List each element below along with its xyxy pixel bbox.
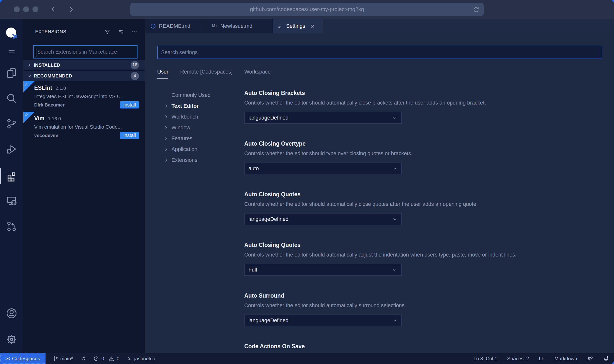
menu-icon[interactable]	[0, 46, 23, 58]
chevron-down-icon	[27, 74, 32, 78]
window-maximize-button[interactable]	[32, 6, 38, 12]
setting-dropdown[interactable]: auto	[244, 163, 402, 174]
chevron-down-icon	[392, 115, 398, 121]
setting-title: Auto Closing Quotes	[244, 242, 602, 248]
section-label: RECOMMENDED	[34, 73, 131, 79]
tab-label: README.md	[159, 23, 190, 29]
setting-dropdown[interactable]: languageDefined	[244, 315, 402, 326]
toc-item-extensions[interactable]: Extensions	[164, 155, 238, 166]
account-icon[interactable]	[0, 306, 23, 320]
search-icon[interactable]	[0, 91, 23, 105]
status-bar: >< Codespaces main* 0 0	[0, 353, 614, 364]
errors-count: 0	[101, 356, 104, 362]
window-minimize-button[interactable]	[23, 6, 29, 12]
extensions-sidebar: EXTENSIONS Search Extensions in Marketpl…	[23, 19, 145, 353]
section-installed[interactable]: INSTALLED 16	[23, 60, 145, 70]
reload-icon[interactable]	[473, 6, 480, 13]
extension-author: Dirk Baeumer	[34, 102, 120, 108]
more-actions-icon[interactable]	[131, 29, 138, 35]
extension-row-vim[interactable]: ☆ Vim 1.16.0 Vim emulation for Visual St…	[23, 112, 145, 142]
extensions-search-placeholder: Search Extensions in Marketplace	[37, 49, 117, 55]
source-control-icon[interactable]	[0, 117, 23, 131]
extension-description: Integrates ESLint JavaScript into VS C..…	[34, 93, 139, 99]
settings-search-input[interactable]: Search settings	[157, 46, 602, 59]
chevron-down-icon	[392, 216, 398, 222]
setting-auto-closing-brackets: Auto Closing Brackets Controls whether t…	[244, 90, 602, 124]
setting-dropdown[interactable]: languageDefined	[244, 112, 402, 124]
toc-item-commonly-used[interactable]: Commonly Used	[164, 90, 238, 101]
setting-code-actions-on-save: Code Actions On Save	[244, 343, 602, 350]
toc-item-features[interactable]: Features	[164, 133, 238, 144]
extensions-search-input[interactable]: Search Extensions in Marketplace	[33, 45, 138, 59]
tab-settings[interactable]: Settings	[273, 19, 323, 33]
pull-request-icon[interactable]	[0, 219, 23, 233]
install-button[interactable]: Install	[120, 101, 139, 108]
sync-indicator[interactable]	[80, 356, 86, 362]
settings-page: Search settings User Remote [Codespaces]…	[145, 33, 614, 353]
notifications-bell-icon[interactable]	[603, 356, 609, 362]
recommended-star-ribbon-icon: ☆	[23, 81, 35, 92]
setting-description: Controls whether the editor should autom…	[244, 201, 602, 207]
person-icon	[127, 356, 132, 361]
tab-label: NewIssue.md	[220, 23, 252, 29]
chevron-right-icon	[164, 136, 171, 141]
settings-gear-icon[interactable]	[0, 333, 23, 346]
eol-indicator[interactable]: LF	[539, 356, 544, 362]
branch-indicator[interactable]: main*	[53, 356, 73, 362]
explorer-icon[interactable]	[0, 66, 23, 80]
scope-tab-user[interactable]: User	[157, 69, 168, 79]
chevron-right-icon	[164, 114, 171, 119]
settings-list-icon	[277, 23, 283, 29]
toc-item-workbench[interactable]: Workbench	[164, 111, 238, 122]
setting-description: Controls whether the editor should autom…	[244, 100, 602, 106]
setting-dropdown[interactable]: languageDefined	[244, 213, 402, 225]
github-codespaces-logo-icon	[0, 26, 23, 40]
indentation-indicator[interactable]: Spaces: 2	[507, 356, 529, 362]
user-indicator[interactable]: jasonetco	[127, 356, 155, 362]
chevron-down-icon	[392, 166, 398, 171]
settings-toc: Commonly Used Text Editor Workbench	[157, 90, 238, 353]
setting-description: Controls whether the editor should autom…	[244, 303, 602, 309]
browser-back-icon[interactable]	[50, 6, 57, 13]
tab-newissue[interactable]: M↓ NewIssue.md	[207, 19, 273, 33]
extension-author: vscodevim	[34, 133, 120, 138]
setting-auto-closing-overtype: Auto Closing Overtype Controls whether t…	[244, 140, 602, 174]
clear-filter-icon[interactable]	[118, 29, 124, 35]
chevron-down-icon	[392, 267, 398, 273]
section-label: INSTALLED	[34, 62, 131, 68]
toc-item-text-editor[interactable]: Text Editor	[164, 101, 238, 111]
problems-indicator[interactable]: 0 0	[93, 356, 119, 362]
tab-label: Settings	[286, 23, 305, 29]
tab-readme[interactable]: README.md	[145, 19, 207, 33]
scope-tab-workspace[interactable]: Workspace	[244, 69, 271, 79]
remote-icon: ><	[5, 356, 10, 361]
window-close-button[interactable]	[14, 6, 20, 12]
extension-version: 1.16.0	[48, 116, 61, 121]
run-debug-icon[interactable]	[0, 142, 23, 156]
setting-title: Auto Closing Brackets	[244, 90, 602, 96]
branch-icon	[53, 356, 58, 361]
scope-tab-remote[interactable]: Remote [Codespaces]	[180, 69, 232, 79]
chevron-down-icon	[392, 318, 398, 323]
feedback-icon[interactable]	[587, 356, 593, 362]
setting-dropdown[interactable]: Full	[244, 264, 402, 276]
address-bar[interactable]: github.com/codespaces/user-my-project-mg…	[130, 3, 484, 16]
cursor-position[interactable]: Ln 3, Col 1	[474, 356, 497, 362]
remote-indicator[interactable]: >< Codespaces	[0, 353, 46, 364]
browser-forward-icon[interactable]	[67, 6, 75, 13]
setting-description: Controls whether the editor should type …	[244, 151, 602, 157]
toc-item-window[interactable]: Window	[164, 122, 238, 133]
remote-explorer-icon[interactable]	[0, 194, 23, 207]
errors-icon	[93, 356, 99, 361]
install-button[interactable]: Install	[120, 132, 139, 139]
section-recommended[interactable]: RECOMMENDED 4	[23, 70, 145, 81]
window-controls[interactable]	[14, 6, 38, 12]
close-tab-icon[interactable]	[310, 24, 315, 29]
extensions-icon[interactable]	[0, 169, 23, 183]
filter-icon[interactable]	[104, 29, 110, 35]
extension-row-eslint[interactable]: ☆ ESLint 2.1.8 Integrates ESLint JavaScr…	[23, 81, 145, 112]
markdown-icon: M↓	[212, 24, 217, 29]
language-mode[interactable]: Markdown	[554, 356, 577, 362]
toc-item-application[interactable]: Application	[164, 144, 238, 155]
text-cursor	[36, 48, 36, 56]
